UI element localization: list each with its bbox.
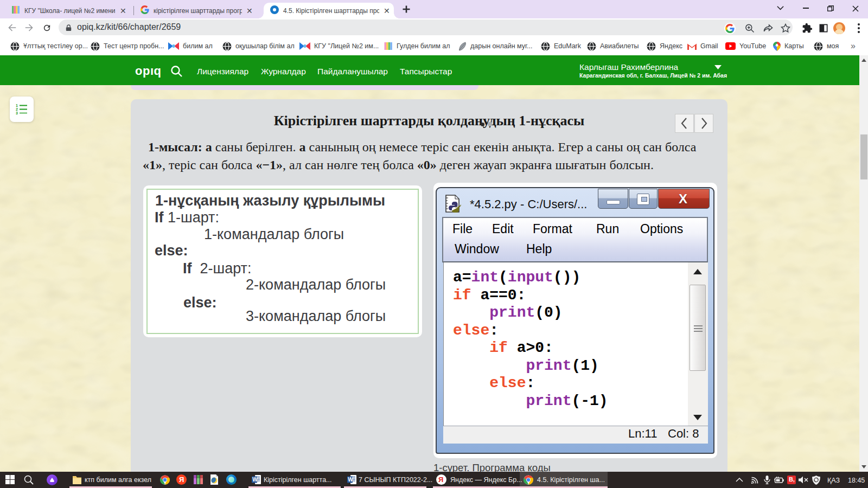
svg-text:W: W — [252, 477, 258, 483]
svg-text:2: 2 — [16, 107, 18, 111]
svg-text:W: W — [348, 477, 353, 483]
svg-text:3: 3 — [16, 111, 18, 114]
